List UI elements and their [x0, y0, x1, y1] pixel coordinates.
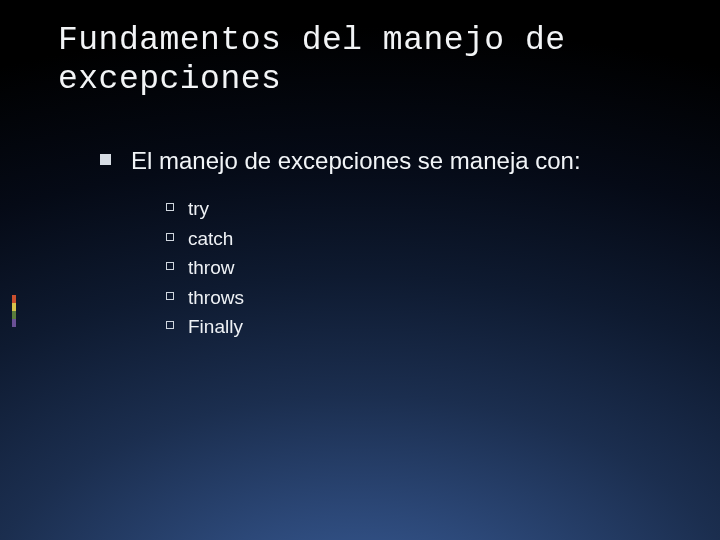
- hollow-square-icon: [166, 233, 174, 241]
- hollow-square-icon: [166, 262, 174, 270]
- list-item: try: [166, 196, 680, 222]
- list-item: throw: [166, 255, 680, 281]
- sub-point-text: try: [188, 196, 209, 222]
- slide-title: Fundamentos del manejo de excepciones: [58, 22, 680, 100]
- square-bullet-icon: [100, 154, 111, 165]
- main-point-text: El manejo de excepciones se maneja con:: [131, 146, 581, 176]
- sub-point-text: catch: [188, 226, 233, 252]
- hollow-square-icon: [166, 292, 174, 300]
- sub-point-text: throw: [188, 255, 234, 281]
- content-area: Fundamentos del manejo de excepciones El…: [58, 22, 680, 344]
- sub-point-text: throws: [188, 285, 244, 311]
- hollow-square-icon: [166, 321, 174, 329]
- list-item: throws: [166, 285, 680, 311]
- sub-point-text: Finally: [188, 314, 243, 340]
- main-bullet-item: El manejo de excepciones se maneja con:: [100, 146, 680, 176]
- accent-bar-2: [12, 303, 16, 311]
- hollow-square-icon: [166, 203, 174, 211]
- list-item: catch: [166, 226, 680, 252]
- accent-strip: [12, 295, 16, 327]
- list-item: Finally: [166, 314, 680, 340]
- sub-point-list: try catch throw throws Finally: [166, 196, 680, 340]
- accent-bar-1: [12, 295, 16, 303]
- accent-bar-3: [12, 311, 16, 319]
- accent-bar-4: [12, 319, 16, 327]
- slide: Fundamentos del manejo de excepciones El…: [0, 0, 720, 540]
